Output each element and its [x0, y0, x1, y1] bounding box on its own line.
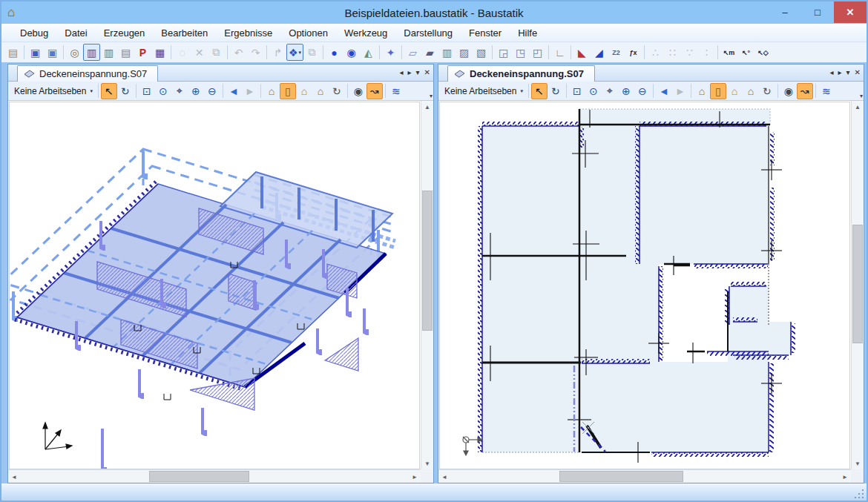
view-back-button[interactable]: ◄ [656, 83, 672, 99]
orbit-view-button[interactable]: ↻ [759, 83, 775, 99]
vscroll-thumb[interactable] [852, 225, 863, 343]
pdf-export-button[interactable]: P [134, 44, 151, 61]
scroll-up-icon[interactable]: ▲ [421, 101, 433, 113]
view-isometric-button[interactable]: ⌂ [263, 83, 280, 99]
zoom-in-button[interactable]: ⊕ [188, 83, 204, 99]
prism-edit-button[interactable]: ◭ [360, 44, 377, 61]
document-tab[interactable]: Deckeneinspannung.S07 [447, 65, 595, 82]
menu-item-ergebnisse[interactable]: Ergebnisse [216, 24, 280, 42]
delete-button[interactable]: ✕ [191, 44, 208, 61]
zoom-out-button[interactable]: ⊖ [204, 83, 220, 99]
hscroll-thumb[interactable] [559, 471, 683, 482]
scroll-down-icon[interactable]: ▼ [852, 458, 864, 469]
zoom-window-button[interactable]: ⊡ [569, 83, 585, 99]
pan-button[interactable]: ⌖ [171, 83, 188, 99]
cursor-measure-diamond-button[interactable]: ↖◇ [754, 44, 772, 61]
pan-button[interactable]: ⌖ [602, 83, 618, 99]
tab-next-icon[interactable]: ▸ [838, 67, 842, 78]
view-front-button[interactable]: ⌂ [296, 83, 312, 99]
support-fixed-button[interactable]: ▨ [456, 44, 473, 61]
title-bar[interactable]: ⌂ Beispieldateien.baustatik - Baustatik … [1, 1, 867, 24]
undo-button[interactable]: ↶ [230, 44, 247, 61]
select-cursor-button[interactable]: ↖ [101, 83, 117, 99]
render-camera-button[interactable]: ◉ [780, 83, 797, 99]
scroll-left-icon[interactable]: ◄ [438, 471, 450, 483]
window-clone-button[interactable]: ⧉ [303, 44, 320, 61]
redo-button[interactable]: ↷ [247, 44, 264, 61]
close-button[interactable]: ✕ [834, 1, 867, 23]
rotate-select-button[interactable]: ↻ [548, 83, 564, 99]
export-disk-button[interactable]: ◎ [66, 44, 83, 61]
view-plan-button[interactable]: ⌂ [743, 83, 759, 99]
animation-path-button[interactable]: ↝ [797, 83, 813, 99]
tab-prev-icon[interactable]: ◂ [400, 67, 404, 78]
zoom-dynamic-button[interactable]: ⊙ [155, 83, 171, 99]
support-rotated-button[interactable]: ∟ [551, 44, 568, 61]
save-button[interactable]: ▣ [44, 44, 61, 61]
view-front-button[interactable]: ⌂ [726, 83, 743, 99]
new-file-button[interactable]: ▤ [4, 44, 22, 61]
copy-button[interactable]: ⧉ [208, 44, 225, 61]
view-section-button[interactable]: ▯ [280, 83, 296, 99]
menu-item-fenster[interactable]: Fenster [461, 24, 510, 42]
view-back-button[interactable]: ◄ [226, 83, 242, 99]
model-3d-canvas[interactable] [9, 102, 420, 469]
toolbar-overflow-icon[interactable]: ▾ [430, 93, 433, 99]
slab-load-a-button[interactable]: ◲ [495, 44, 512, 61]
tab-next-icon[interactable]: ▸ [408, 67, 412, 78]
workplane-dropdown[interactable]: Keine Arbeitseben▾ [441, 84, 526, 99]
function-fx-button[interactable]: ƒx [625, 44, 642, 61]
image-export-button[interactable]: ▦ [151, 44, 168, 61]
cursor-measure-angle-button[interactable]: ↖° [737, 44, 754, 61]
menu-item-hilfe[interactable]: Hilfe [510, 24, 545, 42]
zoom-out-button[interactable]: ⊖ [634, 83, 651, 99]
zoom-in-button[interactable]: ⊕ [618, 83, 634, 99]
view-forward-button[interactable]: ► [672, 83, 688, 99]
z2-diagram-button[interactable]: Z2 [608, 44, 625, 61]
menu-item-darstellung[interactable]: Darstellung [395, 24, 461, 42]
scroll-left-icon[interactable]: ◄ [8, 471, 20, 483]
view-plan-button[interactable]: ⌂ [312, 83, 329, 99]
toolbar-overflow-icon[interactable]: ▾ [860, 93, 863, 99]
vertical-scrollbar[interactable]: ▲ ▼ [421, 101, 433, 469]
menu-item-datei[interactable]: Datei [56, 24, 95, 42]
vertical-scrollbar[interactable]: ▲ ▼ [851, 101, 864, 469]
vscroll-thumb[interactable] [422, 191, 433, 331]
scroll-up-icon[interactable]: ▲ [852, 101, 864, 113]
tab-menu-icon[interactable]: ▾ [846, 67, 850, 78]
menu-item-optionen[interactable]: Optionen [280, 24, 336, 42]
node-pair-align-button[interactable]: ∷ [664, 44, 681, 61]
view-section-button[interactable]: ▯ [710, 83, 726, 99]
zoom-dynamic-button[interactable]: ⊙ [585, 83, 602, 99]
menu-item-erzeugen[interactable]: Erzeugen [96, 24, 154, 42]
print-button[interactable]: ▤ [117, 44, 134, 61]
view-selector-button[interactable]: ❖▾ [286, 44, 303, 61]
import-window-button[interactable]: ↱ [269, 44, 286, 61]
support-sliding-button[interactable]: ▧ [473, 44, 490, 61]
moment-diagram-blue-button[interactable]: ◢ [591, 44, 608, 61]
horizontal-scrollbar[interactable]: ◄ ► [438, 469, 851, 483]
wall-panel-button[interactable]: ▰ [421, 44, 438, 61]
minimize-button[interactable]: – [769, 1, 801, 23]
view-isometric-button[interactable]: ⌂ [694, 83, 710, 99]
cursor-measure-m-button[interactable]: ↖m [720, 44, 737, 61]
tab-prev-icon[interactable]: ◂ [830, 67, 834, 78]
lasso-select-button[interactable]: ◌ [174, 44, 191, 61]
orbit-view-button[interactable]: ↻ [329, 83, 345, 99]
node-edit-button[interactable]: ◉ [343, 44, 360, 61]
beam-button[interactable]: ▱ [404, 44, 421, 61]
tab-close-icon[interactable]: ✕ [424, 67, 430, 78]
slab-load-b-button[interactable]: ◳ [512, 44, 529, 61]
node-pair-rotate-button[interactable]: ∵ [681, 44, 698, 61]
scroll-right-icon[interactable]: ► [409, 471, 421, 483]
workplane-dropdown[interactable]: Keine Arbeitseben▾ [11, 84, 96, 99]
select-cursor-button[interactable]: ↖ [531, 83, 548, 99]
view-forward-button[interactable]: ► [242, 83, 258, 99]
maximize-button[interactable]: □ [801, 1, 834, 23]
result-waves-button[interactable]: ≋ [818, 83, 835, 99]
result-waves-button[interactable]: ≋ [388, 83, 404, 99]
menu-item-debug[interactable]: Debug [12, 24, 56, 42]
rotate-select-button[interactable]: ↻ [117, 83, 134, 99]
menu-item-bearbeiten[interactable]: Bearbeiten [153, 24, 216, 42]
print-preview-button[interactable]: ▥ [83, 44, 100, 61]
